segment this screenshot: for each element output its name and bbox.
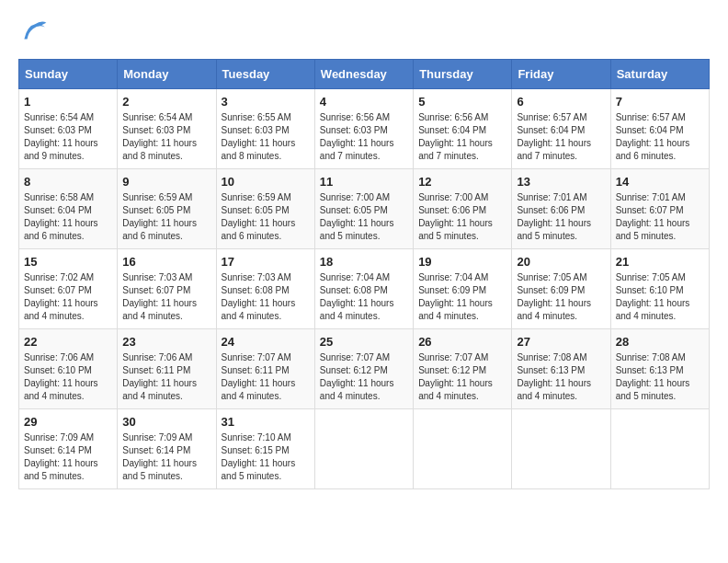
header-row: SundayMondayTuesdayWednesdayThursdayFrid…: [19, 60, 710, 89]
calendar-cell: 1 Sunrise: 6:54 AMSunset: 6:03 PMDayligh…: [19, 89, 118, 169]
day-detail: Sunrise: 7:00 AMSunset: 6:05 PMDaylight:…: [320, 191, 408, 243]
day-detail: Sunrise: 7:04 AMSunset: 6:09 PMDaylight:…: [418, 271, 506, 323]
day-detail: Sunrise: 7:03 AMSunset: 6:08 PMDaylight:…: [222, 271, 310, 323]
calendar-week-1: 1 Sunrise: 6:54 AMSunset: 6:03 PMDayligh…: [19, 89, 710, 169]
calendar-cell: 9 Sunrise: 6:59 AMSunset: 6:05 PMDayligh…: [118, 169, 216, 249]
day-number: 18: [320, 255, 408, 269]
calendar-week-3: 15 Sunrise: 7:02 AMSunset: 6:07 PMDaylig…: [19, 249, 710, 329]
day-number: 9: [122, 175, 210, 189]
calendar-cell: 3 Sunrise: 6:55 AMSunset: 6:03 PMDayligh…: [216, 89, 314, 169]
calendar-cell: 21 Sunrise: 7:05 AMSunset: 6:10 PMDaylig…: [610, 249, 709, 329]
header-day-monday: Monday: [118, 60, 216, 89]
calendar-body: 1 Sunrise: 6:54 AMSunset: 6:03 PMDayligh…: [19, 89, 710, 489]
day-number: 19: [418, 255, 506, 269]
day-number: 21: [616, 255, 704, 269]
day-detail: Sunrise: 6:54 AMSunset: 6:03 PMDaylight:…: [122, 111, 210, 163]
header-day-friday: Friday: [512, 60, 610, 89]
day-number: 14: [616, 175, 704, 189]
day-detail: Sunrise: 7:07 AMSunset: 6:12 PMDaylight:…: [418, 351, 506, 403]
calendar-table: SundayMondayTuesdayWednesdayThursdayFrid…: [18, 59, 710, 489]
day-detail: Sunrise: 6:58 AMSunset: 6:04 PMDaylight:…: [24, 191, 112, 243]
day-detail: Sunrise: 7:06 AMSunset: 6:10 PMDaylight:…: [24, 351, 112, 403]
day-detail: Sunrise: 7:09 AMSunset: 6:14 PMDaylight:…: [122, 431, 210, 483]
calendar-cell: 10 Sunrise: 6:59 AMSunset: 6:05 PMDaylig…: [216, 169, 314, 249]
logo: [18, 18, 51, 44]
day-number: 25: [320, 335, 408, 349]
day-detail: Sunrise: 7:00 AMSunset: 6:06 PMDaylight:…: [418, 191, 506, 243]
day-detail: Sunrise: 6:59 AMSunset: 6:05 PMDaylight:…: [222, 191, 310, 243]
calendar-cell: [512, 409, 610, 489]
day-number: 10: [222, 175, 310, 189]
day-number: 6: [517, 95, 605, 109]
day-detail: Sunrise: 7:01 AMSunset: 6:07 PMDaylight:…: [616, 191, 704, 243]
day-detail: Sunrise: 7:10 AMSunset: 6:15 PMDaylight:…: [222, 431, 310, 483]
header-day-sunday: Sunday: [19, 60, 118, 89]
day-number: 29: [24, 415, 112, 429]
day-number: 1: [24, 95, 112, 109]
calendar-cell: 2 Sunrise: 6:54 AMSunset: 6:03 PMDayligh…: [118, 89, 216, 169]
day-detail: Sunrise: 6:54 AMSunset: 6:03 PMDaylight:…: [24, 111, 112, 163]
calendar-cell: 7 Sunrise: 6:57 AMSunset: 6:04 PMDayligh…: [610, 89, 709, 169]
day-detail: Sunrise: 7:02 AMSunset: 6:07 PMDaylight:…: [24, 271, 112, 323]
calendar-cell: 17 Sunrise: 7:03 AMSunset: 6:08 PMDaylig…: [216, 249, 314, 329]
day-number: 27: [517, 335, 605, 349]
day-detail: Sunrise: 7:07 AMSunset: 6:11 PMDaylight:…: [222, 351, 310, 403]
calendar-cell: 31 Sunrise: 7:10 AMSunset: 6:15 PMDaylig…: [216, 409, 314, 489]
calendar-cell: 25 Sunrise: 7:07 AMSunset: 6:12 PMDaylig…: [314, 329, 413, 409]
calendar-cell: 29 Sunrise: 7:09 AMSunset: 6:14 PMDaylig…: [19, 409, 118, 489]
calendar-cell: 19 Sunrise: 7:04 AMSunset: 6:09 PMDaylig…: [414, 249, 512, 329]
calendar-cell: 26 Sunrise: 7:07 AMSunset: 6:12 PMDaylig…: [414, 329, 512, 409]
day-detail: Sunrise: 7:01 AMSunset: 6:06 PMDaylight:…: [517, 191, 605, 243]
calendar-cell: 16 Sunrise: 7:03 AMSunset: 6:07 PMDaylig…: [118, 249, 216, 329]
day-detail: Sunrise: 7:03 AMSunset: 6:07 PMDaylight:…: [122, 271, 210, 323]
day-number: 30: [122, 415, 210, 429]
calendar-cell: 12 Sunrise: 7:00 AMSunset: 6:06 PMDaylig…: [414, 169, 512, 249]
calendar-cell: 14 Sunrise: 7:01 AMSunset: 6:07 PMDaylig…: [610, 169, 709, 249]
day-number: 5: [418, 95, 506, 109]
header-day-tuesday: Tuesday: [216, 60, 314, 89]
day-number: 28: [616, 335, 704, 349]
calendar-cell: 24 Sunrise: 7:07 AMSunset: 6:11 PMDaylig…: [216, 329, 314, 409]
day-detail: Sunrise: 7:08 AMSunset: 6:13 PMDaylight:…: [616, 351, 704, 403]
day-number: 2: [122, 95, 210, 109]
day-number: 4: [320, 95, 408, 109]
header-day-saturday: Saturday: [610, 60, 709, 89]
day-number: 12: [418, 175, 506, 189]
day-number: 11: [320, 175, 408, 189]
day-detail: Sunrise: 7:06 AMSunset: 6:11 PMDaylight:…: [122, 351, 210, 403]
calendar-cell: 20 Sunrise: 7:05 AMSunset: 6:09 PMDaylig…: [512, 249, 610, 329]
day-number: 17: [222, 255, 310, 269]
day-number: 23: [122, 335, 210, 349]
day-detail: Sunrise: 7:05 AMSunset: 6:10 PMDaylight:…: [616, 271, 704, 323]
header-day-thursday: Thursday: [414, 60, 512, 89]
calendar-cell: 30 Sunrise: 7:09 AMSunset: 6:14 PMDaylig…: [118, 409, 216, 489]
calendar-cell: 28 Sunrise: 7:08 AMSunset: 6:13 PMDaylig…: [610, 329, 709, 409]
calendar-cell: 23 Sunrise: 7:06 AMSunset: 6:11 PMDaylig…: [118, 329, 216, 409]
day-detail: Sunrise: 7:09 AMSunset: 6:14 PMDaylight:…: [24, 431, 112, 483]
day-number: 3: [222, 95, 310, 109]
logo-icon: [18, 18, 48, 44]
day-detail: Sunrise: 7:08 AMSunset: 6:13 PMDaylight:…: [517, 351, 605, 403]
calendar-cell: 15 Sunrise: 7:02 AMSunset: 6:07 PMDaylig…: [19, 249, 118, 329]
calendar-week-2: 8 Sunrise: 6:58 AMSunset: 6:04 PMDayligh…: [19, 169, 710, 249]
calendar-cell: 4 Sunrise: 6:56 AMSunset: 6:03 PMDayligh…: [314, 89, 413, 169]
page-header: [18, 18, 710, 44]
day-number: 16: [122, 255, 210, 269]
calendar-cell: 27 Sunrise: 7:08 AMSunset: 6:13 PMDaylig…: [512, 329, 610, 409]
calendar-cell: 11 Sunrise: 7:00 AMSunset: 6:05 PMDaylig…: [314, 169, 413, 249]
calendar-cell: 18 Sunrise: 7:04 AMSunset: 6:08 PMDaylig…: [314, 249, 413, 329]
calendar-cell: 8 Sunrise: 6:58 AMSunset: 6:04 PMDayligh…: [19, 169, 118, 249]
calendar-cell: [414, 409, 512, 489]
calendar-cell: 13 Sunrise: 7:01 AMSunset: 6:06 PMDaylig…: [512, 169, 610, 249]
calendar-week-5: 29 Sunrise: 7:09 AMSunset: 6:14 PMDaylig…: [19, 409, 710, 489]
day-detail: Sunrise: 6:57 AMSunset: 6:04 PMDaylight:…: [517, 111, 605, 163]
day-number: 13: [517, 175, 605, 189]
calendar-week-4: 22 Sunrise: 7:06 AMSunset: 6:10 PMDaylig…: [19, 329, 710, 409]
day-detail: Sunrise: 6:55 AMSunset: 6:03 PMDaylight:…: [222, 111, 310, 163]
day-number: 15: [24, 255, 112, 269]
day-number: 7: [616, 95, 704, 109]
calendar-cell: 22 Sunrise: 7:06 AMSunset: 6:10 PMDaylig…: [19, 329, 118, 409]
day-detail: Sunrise: 6:56 AMSunset: 6:03 PMDaylight:…: [320, 111, 408, 163]
day-detail: Sunrise: 7:04 AMSunset: 6:08 PMDaylight:…: [320, 271, 408, 323]
day-number: 22: [24, 335, 112, 349]
